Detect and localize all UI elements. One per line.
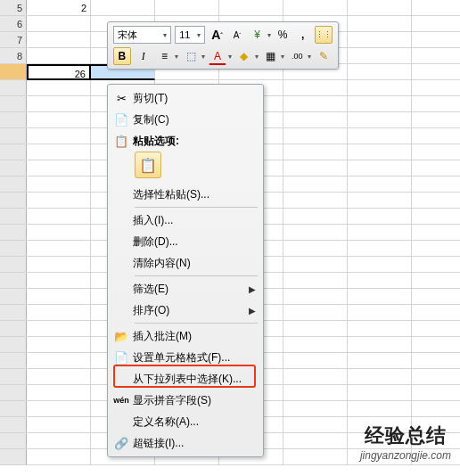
cell[interactable] — [27, 241, 91, 257]
cell[interactable] — [27, 32, 91, 48]
cell[interactable] — [283, 193, 348, 209]
cell[interactable] — [348, 321, 412, 337]
cell[interactable] — [348, 225, 412, 241]
row-header[interactable] — [0, 337, 27, 352]
cell[interactable] — [283, 353, 348, 369]
cell[interactable] — [348, 16, 412, 32]
cell[interactable] — [27, 401, 91, 417]
cell[interactable] — [27, 385, 91, 401]
cell[interactable] — [283, 160, 348, 176]
cell[interactable] — [348, 144, 412, 160]
cell[interactable] — [27, 48, 91, 64]
row-header[interactable]: 7 — [0, 32, 27, 47]
cell[interactable] — [348, 0, 412, 16]
row-header[interactable] — [0, 369, 27, 384]
row-header[interactable] — [0, 225, 27, 240]
row-header[interactable] — [0, 289, 27, 304]
merge-button[interactable]: ⬚ — [182, 47, 200, 65]
cell[interactable] — [348, 112, 412, 128]
row-header[interactable] — [0, 241, 27, 256]
cell[interactable] — [283, 433, 348, 449]
cell[interactable] — [283, 176, 348, 193]
cell[interactable] — [283, 128, 348, 144]
menu-insert[interactable]: 插入(I)... — [110, 209, 261, 231]
paste-icon[interactable]: 📋 — [135, 152, 161, 178]
row-header[interactable] — [0, 353, 27, 368]
row-header[interactable] — [0, 209, 27, 224]
row-header[interactable] — [0, 257, 27, 272]
cell[interactable] — [27, 16, 91, 32]
cell[interactable] — [283, 449, 348, 465]
row-header[interactable] — [0, 112, 27, 127]
row-header[interactable]: 6 — [0, 16, 27, 31]
cell[interactable] — [348, 64, 412, 80]
cell[interactable] — [283, 80, 348, 96]
cell[interactable] — [27, 225, 91, 241]
bold-button[interactable]: B — [113, 47, 131, 65]
row-header[interactable]: 8 — [0, 48, 27, 63]
menu-paste-option[interactable]: 📋 — [110, 152, 261, 184]
cell[interactable] — [348, 80, 412, 96]
cell[interactable] — [283, 369, 348, 385]
cell[interactable] — [27, 433, 91, 449]
menu-show-phonetic[interactable]: wén显示拼音字段(S) — [110, 390, 261, 411]
menu-copy[interactable]: 📄复制(C) — [110, 109, 261, 130]
cell[interactable] — [27, 128, 91, 144]
cell[interactable] — [283, 337, 348, 353]
cell[interactable] — [27, 160, 91, 176]
align-button[interactable]: ≡ — [156, 47, 174, 65]
cell[interactable] — [348, 305, 412, 321]
menu-dropdown-pick[interactable]: 从下拉列表中选择(K)... — [110, 368, 261, 390]
cell[interactable] — [27, 449, 91, 465]
row-header[interactable] — [0, 305, 27, 320]
cell[interactable] — [348, 209, 412, 225]
row-header[interactable] — [0, 128, 27, 144]
italic-button[interactable]: I — [135, 47, 152, 65]
cell[interactable] — [348, 257, 412, 273]
comma-style-button[interactable]: , — [294, 26, 311, 44]
cell[interactable] — [27, 176, 91, 193]
font-select[interactable]: 宋体▾ — [113, 26, 171, 44]
cell[interactable] — [27, 209, 91, 225]
currency-icon[interactable]: ¥ — [249, 26, 266, 44]
cell[interactable] — [91, 0, 155, 16]
row-header-selected[interactable] — [0, 64, 27, 79]
row-header[interactable] — [0, 273, 27, 288]
row-header[interactable] — [0, 176, 27, 192]
menu-delete[interactable]: 删除(D)... — [110, 231, 261, 252]
cell[interactable] — [27, 144, 91, 160]
menu-cut[interactable]: ✂剪切(T) — [110, 87, 261, 109]
cell[interactable] — [219, 0, 283, 16]
cell[interactable] — [283, 305, 348, 321]
cell[interactable] — [27, 321, 91, 337]
cell[interactable] — [348, 241, 412, 257]
row-header[interactable] — [0, 385, 27, 400]
row-header[interactable] — [0, 321, 27, 336]
cell[interactable] — [27, 112, 91, 128]
menu-paste-special[interactable]: 选择性粘贴(S)... — [110, 184, 261, 205]
cell[interactable] — [27, 193, 91, 209]
cell[interactable] — [283, 385, 348, 401]
fill-color-icon[interactable]: ◆ — [235, 47, 253, 65]
format-painter-icon[interactable]: ✎ — [315, 47, 333, 65]
cell[interactable] — [27, 96, 91, 112]
cell[interactable] — [27, 353, 91, 369]
row-header[interactable] — [0, 80, 27, 95]
cell[interactable] — [348, 193, 412, 209]
cell[interactable] — [283, 112, 348, 128]
cell[interactable] — [283, 289, 348, 305]
row-header[interactable] — [0, 449, 27, 464]
menu-format-cells[interactable]: 📄设置单元格格式(F)... — [110, 347, 261, 368]
decimal-button[interactable]: .00 — [288, 47, 306, 65]
cell[interactable] — [348, 128, 412, 144]
cell[interactable] — [27, 417, 91, 433]
cell[interactable] — [27, 369, 91, 385]
cell[interactable] — [283, 257, 348, 273]
row-header[interactable] — [0, 417, 27, 432]
row-header[interactable] — [0, 96, 27, 111]
cell[interactable] — [27, 289, 91, 305]
cell[interactable] — [27, 273, 91, 289]
cell[interactable] — [348, 32, 412, 48]
row-header[interactable] — [0, 144, 27, 160]
row-header[interactable]: 5 — [0, 0, 27, 15]
